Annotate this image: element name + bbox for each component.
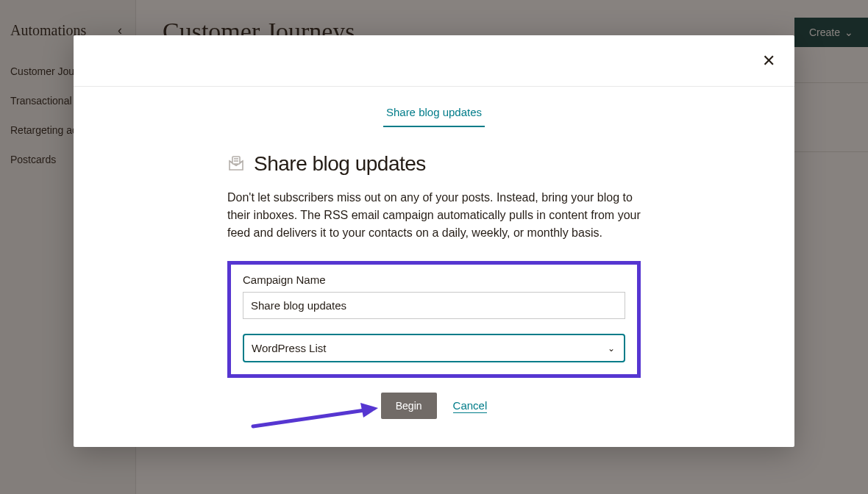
modal-dialog: ✕ Share blog updates Share blog updates … <box>74 35 794 447</box>
svg-rect-0 <box>232 157 240 164</box>
envelope-icon <box>227 155 245 173</box>
cancel-link[interactable]: Cancel <box>453 399 488 413</box>
tab-share-blog-updates[interactable]: Share blog updates <box>383 101 485 127</box>
campaign-name-label: Campaign Name <box>243 273 625 286</box>
form-highlight-box: Campaign Name WordPress List ⌄ <box>227 261 641 378</box>
modal-description: Don't let subscribers miss out on any of… <box>227 189 641 242</box>
campaign-name-input[interactable] <box>243 292 625 319</box>
list-select[interactable]: WordPress List <box>243 334 625 362</box>
modal-heading: Share blog updates <box>254 152 426 176</box>
begin-button[interactable]: Begin <box>381 393 437 419</box>
close-icon[interactable]: ✕ <box>762 51 775 71</box>
